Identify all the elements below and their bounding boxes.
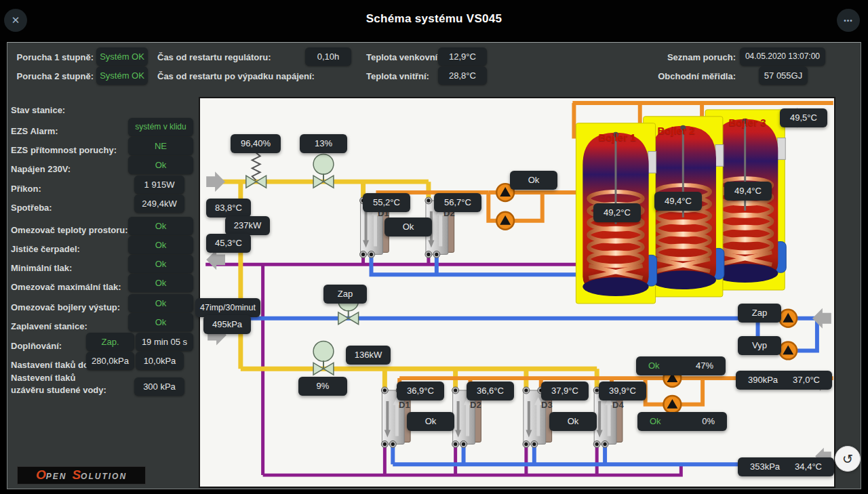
right-pump-1[interactable] <box>779 310 797 327</box>
refresh-button[interactable]: ↺ <box>835 446 861 472</box>
hx-low4-temp-label: 39,9°C <box>599 382 646 400</box>
circ-pump1-percent: 47% <box>696 356 713 375</box>
nastaveni-uzaveru-value[interactable]: 300 kPa <box>134 377 184 396</box>
ezs-alarm-label: EZS Alarm: <box>11 123 58 140</box>
nastaveni-uzaveru-label-line1: Nastevení tlaků <box>11 372 106 384</box>
prikon-label: Příkon: <box>11 180 41 198</box>
nastaveni-tlaku-do-value1[interactable]: 280,0kPa <box>86 352 134 370</box>
min-tlak-value: Ok <box>128 255 193 273</box>
spotreba-label: Spotřeba: <box>11 199 52 217</box>
secondary-power-label: 136kW <box>346 346 391 365</box>
right-pump-2[interactable] <box>779 342 797 359</box>
titlebar: ✕ Schéma systému VS045 ••• <box>0 0 868 41</box>
logo-word-olution: OLUTION <box>81 472 127 481</box>
omezovac-bojlery-label: Omezovač bojlery výstup: <box>11 299 120 316</box>
return-box: 353kPa34,4°C <box>738 457 834 476</box>
hx-lower-1-tag: D1 <box>399 400 410 410</box>
open-solution-logo: OPENSOLUTION <box>17 466 146 485</box>
boiler2-temp-label: 49,4°C <box>654 192 702 211</box>
stav-stanice-label: Stav stanice: <box>11 102 65 119</box>
valve-secondary-percent-label: 13% <box>300 134 347 153</box>
valve-primary-percent-label: 96,40% <box>231 134 281 153</box>
circ-pump1-status-box: Ok47% <box>636 356 726 375</box>
hx-low1-temp-label: 36,9°C <box>397 382 444 400</box>
return-temp: 34,4°C <box>795 457 822 476</box>
primary-in-temp-label: 83,8°C <box>206 199 251 218</box>
jistice-label: Jističe čerpadel: <box>11 241 80 258</box>
primary-return-temp-label: 45,3°C <box>206 234 251 253</box>
teplota-venkovni-value: 12,9°C <box>438 47 487 66</box>
boiler-pumps-status-label: Ok <box>510 171 557 190</box>
obchodni-meridla-value: 57 055GJ <box>759 66 808 85</box>
outlet-temp-label: 49,5°C <box>780 108 827 127</box>
boiler-2-name: Bojler 2 <box>646 125 707 136</box>
doplnovani-label: Doplňování: <box>11 337 62 355</box>
omezovac-max-tlak-label: Omezovač maximální tlak: <box>11 279 121 296</box>
logo-letter-s: S <box>72 468 81 481</box>
hx-low34-status-label: Ok <box>549 412 597 431</box>
menu-icon: ••• <box>844 17 853 24</box>
cas-regulator-value: 0,10h <box>305 47 351 66</box>
flow-arrow-in-primary <box>206 171 225 192</box>
boiler-3-name: Bojler 3 <box>717 117 778 128</box>
page-title: Schéma systému VS045 <box>0 12 868 26</box>
doplnovani-state[interactable]: Zap. <box>86 333 134 351</box>
logo-word-pen: PEN <box>46 472 67 481</box>
boiler-1-name: Bojler 1 <box>587 131 648 143</box>
omezovac-bojlery-value: Ok <box>128 294 193 312</box>
doplnovani-time: 19 min 05 s <box>136 333 193 351</box>
porucha1-label: Porucha 1 stupně: <box>11 49 94 66</box>
hx-low3-temp-label: 37,9°C <box>541 382 589 400</box>
min-tlak-label: Minimální tlak: <box>11 260 72 277</box>
omezovac-teploty-label: Omezovač teploty prostoru: <box>11 222 128 239</box>
circ-pump2-percent: 0% <box>702 412 715 431</box>
teplota-vnitrni-label: Teplota vnitřní: <box>366 68 429 85</box>
circulation-pump-2[interactable] <box>663 396 681 413</box>
nastaveni-uzaveru-label-line2: uzávěru studené vody: <box>11 384 106 396</box>
seznam-poruch-label[interactable]: Seznam poruch: <box>651 49 736 66</box>
obchodni-meridla-label[interactable]: Obchodní měřidla: <box>651 68 736 85</box>
water-meter-label: 47imp/30minut <box>195 298 260 317</box>
schematic-svg <box>200 98 834 487</box>
nastaveni-tlaku-do-value2[interactable]: 10,0kPa <box>136 352 184 370</box>
logo-letter-o: O <box>36 468 46 481</box>
circ-pump1-status: Ok <box>648 356 660 375</box>
menu-button[interactable]: ••• <box>837 9 860 32</box>
omezovac-teploty-value: Ok <box>128 217 193 235</box>
schematic-canvas: D1 D2 D1 D2 D3 D4 Bojler 1 Bojler 2 Bojl… <box>199 97 835 488</box>
circ-out-pressure: 390kPa <box>748 371 778 390</box>
napajen-label: Napájen 230V: <box>11 161 71 178</box>
boiler-pump-2[interactable] <box>496 212 514 230</box>
return-pressure: 353kPa <box>750 457 780 476</box>
cold-pressure-label: 495kPa <box>203 315 251 334</box>
right-pump2-status-label[interactable]: Vyp <box>738 336 781 355</box>
prikon-value: 1 915W <box>134 176 184 194</box>
right-pump1-status-label[interactable]: Zap <box>738 304 781 323</box>
napajen-value: Ok <box>128 156 193 174</box>
cas-vypadku-label: Čas od restartu po výpadku napájení: <box>157 68 315 85</box>
porucha1-value: Systém OK <box>96 47 148 66</box>
valve-lower-percent-label: 9% <box>298 377 347 396</box>
nastaveni-uzaveru-label: Nastevení tlaků uzávěru studené vody: <box>11 372 106 396</box>
teplota-vnitrni-value: 28,8°C <box>438 66 487 85</box>
porucha2-label: Porucha 2 stupně: <box>11 68 94 85</box>
circ-pump2-status-box: Ok0% <box>637 412 727 431</box>
hx-low12-status-label: Ok <box>407 412 454 431</box>
boiler3-temp-label: 49,4°C <box>724 182 772 201</box>
hx1-temp-label: 55,2°C <box>363 193 410 212</box>
ezs-porucha-label: EZS přítomnost poruchy: <box>11 142 117 159</box>
hx-top-status-label: Ok <box>384 218 432 236</box>
porucha2-value: Systém OK <box>96 66 148 85</box>
circ-out-temp: 37,0°C <box>793 371 820 390</box>
hx-lower-4-tag: D4 <box>612 400 624 410</box>
hx-lower-2-tag: D2 <box>470 400 481 410</box>
circ-out-box: 390kPa37,0°C <box>736 371 832 390</box>
ezs-alarm-value: systém v klidu <box>128 118 193 136</box>
hx-lower-3-tag: D3 <box>541 400 553 410</box>
hx-low2-temp-label: 36,6°C <box>467 382 514 400</box>
refresh-icon: ↺ <box>842 451 853 467</box>
cold-valve-status-label[interactable]: Zap <box>323 285 367 304</box>
seznam-poruch-value: 04.05.2020 13:07:00 <box>740 47 825 66</box>
teplota-venkovni-label: Teplota venkovní: <box>366 49 441 66</box>
boiler1-temp-label: 49,2°C <box>593 203 641 222</box>
